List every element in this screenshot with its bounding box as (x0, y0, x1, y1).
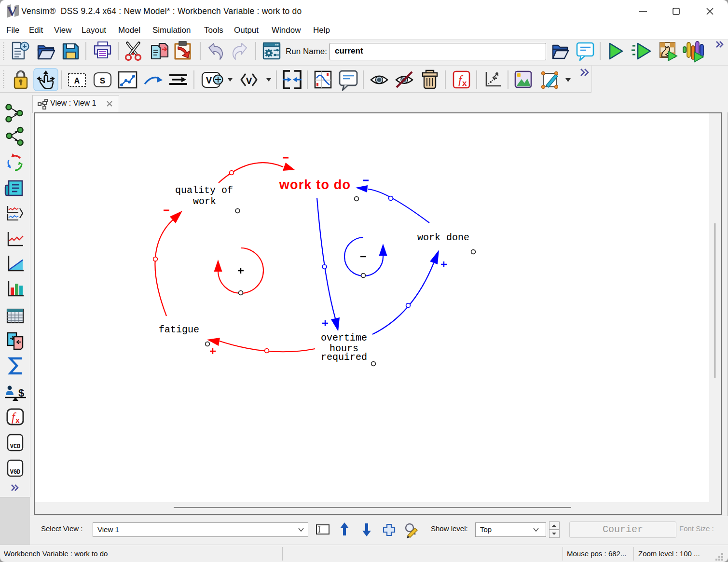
svg-text:A: A (74, 76, 80, 86)
svg-text:VGD: VGD (10, 469, 21, 476)
svg-text:V: V (7, 4, 17, 19)
svg-text:V: V (206, 75, 212, 86)
svg-text:overtime: overtime (321, 332, 367, 343)
svg-text:work: work (193, 196, 216, 207)
svg-text:VCD: VCD (10, 443, 21, 450)
svg-text:S: S (100, 76, 105, 86)
svg-text:x: x (462, 79, 467, 88)
svg-text:V: V (246, 76, 252, 87)
svg-text:x: x (15, 416, 20, 425)
svg-text:work to do: work to do (279, 178, 351, 192)
svg-text:quality of: quality of (175, 185, 233, 196)
svg-text:work done: work done (417, 232, 469, 243)
svg-text:fatigue: fatigue (159, 324, 199, 335)
svg-text:required: required (321, 352, 367, 363)
